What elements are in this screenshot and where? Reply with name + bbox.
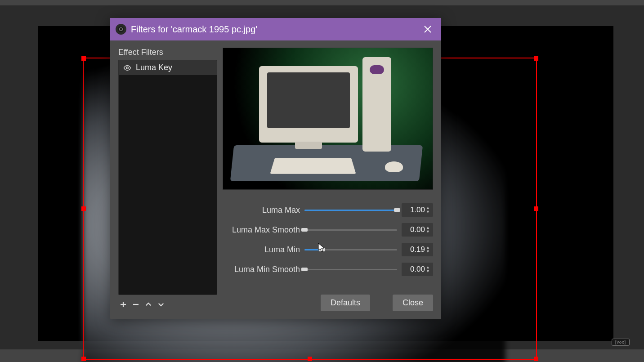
defaults-button[interactable]: Defaults [321,295,370,311]
param-slider[interactable] [304,225,397,234]
svg-point-0 [118,26,124,32]
watermark: [vox] [612,339,630,346]
param-slider[interactable] [304,206,397,215]
param-spinbox[interactable]: 1.00 ▲▼ [402,203,433,217]
param-value: 0.19 [410,245,425,254]
resize-handle[interactable] [534,56,538,61]
param-slider[interactable] [304,265,397,274]
move-down-button[interactable] [156,299,166,311]
spin-arrows-icon[interactable]: ▲▼ [426,223,432,237]
parameter-list: Luma Max 1.00 ▲▼ Luma Max Smooth 0.00 ▲▼… [223,203,433,276]
spin-arrows-icon[interactable]: ▲▼ [426,243,432,256]
svg-point-4 [126,67,129,69]
param-label: Luma Min Smooth [223,265,300,274]
visibility-icon[interactable] [123,64,131,72]
resize-handle[interactable] [534,206,538,211]
param-slider[interactable] [304,245,397,254]
spin-arrows-icon[interactable]: ▲▼ [426,203,432,217]
param-value: 1.00 [410,206,425,215]
filter-toolbar [118,295,217,311]
move-up-button[interactable] [143,299,153,311]
filters-sidebar: Effect Filters Luma Key [118,48,217,311]
obs-icon [116,24,126,35]
spin-arrows-icon[interactable]: ▲▼ [426,263,432,276]
param-row: Luma Max Smooth 0.00 ▲▼ [223,223,433,237]
preview-image [223,48,433,189]
dialog-titlebar[interactable]: Filters for 'carmack 1995 pc.jpg' [110,18,441,40]
app-top-bar [0,0,644,5]
filter-preview [223,48,433,190]
param-row: Luma Min 0.19 ▲▼ [223,243,433,256]
dialog-title: Filters for 'carmack 1995 pc.jpg' [131,24,257,35]
dialog-body: Effect Filters Luma Key [110,40,441,319]
remove-filter-button[interactable] [131,299,141,311]
param-label: Luma Min [223,245,300,255]
filter-item-label: Luma Key [136,63,172,72]
close-dialog-button[interactable]: Close [393,295,433,311]
param-row: Luma Max 1.00 ▲▼ [223,203,433,217]
param-spinbox[interactable]: 0.19 ▲▼ [402,243,433,256]
param-spinbox[interactable]: 0.00 ▲▼ [402,263,433,276]
param-label: Luma Max [223,206,300,215]
param-label: Luma Max Smooth [223,225,300,235]
param-value: 0.00 [410,225,425,234]
param-value: 0.00 [410,265,425,274]
filter-list[interactable]: Luma Key [118,60,217,295]
filter-item-luma-key[interactable]: Luma Key [119,60,217,75]
filter-settings-panel: Luma Max 1.00 ▲▼ Luma Max Smooth 0.00 ▲▼… [223,48,433,311]
effect-filters-label: Effect Filters [118,48,217,57]
add-filter-button[interactable] [118,299,128,311]
filters-dialog: Filters for 'carmack 1995 pc.jpg' Effect… [110,18,441,319]
param-row: Luma Min Smooth 0.00 ▲▼ [223,263,433,276]
param-spinbox[interactable]: 0.00 ▲▼ [402,223,433,237]
dialog-buttons: Defaults Close [223,286,433,311]
close-button[interactable] [420,21,436,37]
